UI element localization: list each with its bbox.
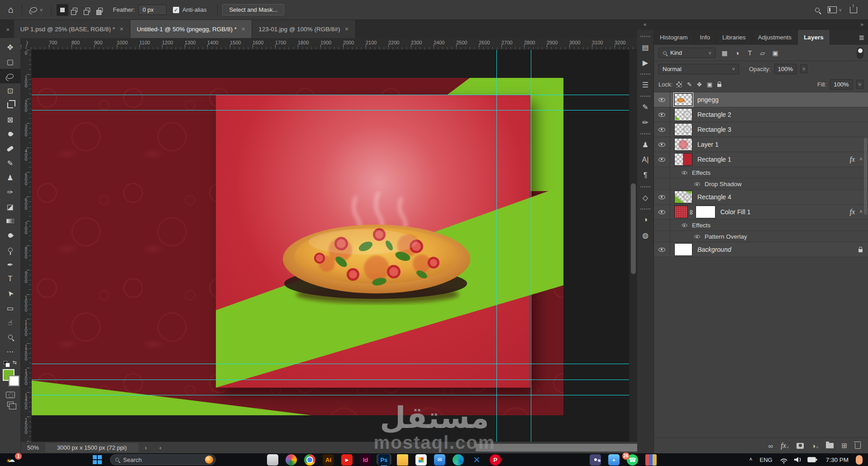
layer-row[interactable]: Rectangle 1fx˄	[654, 152, 868, 167]
close-icon[interactable]: ✕	[241, 26, 245, 32]
close-icon[interactable]: ✕	[119, 26, 124, 32]
layer-style-icon[interactable]: fx˅	[781, 442, 789, 450]
taskbar-clock[interactable]: 7:30 PM	[826, 456, 849, 463]
filter-kind-select[interactable]: Kind ˅	[658, 48, 715, 58]
layer-thumbnail[interactable]	[674, 108, 692, 121]
layer-effect-item-row[interactable]: Drop Shadow	[654, 178, 868, 190]
blue-x-app-taskbar-icon[interactable]: ✕	[467, 453, 486, 466]
zoom-tool[interactable]	[0, 330, 21, 344]
lasso-tool[interactable]	[0, 69, 21, 83]
pen-tool[interactable]: ✒	[0, 257, 21, 272]
layer-row[interactable]: Rectangle 2	[654, 107, 868, 122]
layer-thumbnail[interactable]	[674, 243, 692, 256]
healing-brush-tool[interactable]	[0, 141, 21, 156]
visibility-eye-icon[interactable]	[658, 210, 665, 214]
search-icon[interactable]	[815, 8, 820, 12]
brushes-panel-icon[interactable]: ✏	[637, 115, 654, 130]
zoom-level[interactable]: 50%	[21, 444, 45, 451]
layer-row[interactable]: ∞Color Fill 1fx˄	[654, 205, 868, 220]
whatsapp-taskbar-icon[interactable]: ☎26	[623, 453, 642, 466]
workspace-switcher[interactable]: ˅	[828, 6, 842, 13]
collapse-panels-icon[interactable]: «	[644, 21, 647, 28]
rectangle-tool[interactable]: ▭	[0, 301, 21, 315]
layer-row[interactable]: Background	[654, 242, 868, 257]
layer-row[interactable]: pngegg	[654, 92, 868, 107]
antialias-checkbox[interactable]: ✓ Anti-alias	[173, 6, 206, 13]
new-layer-icon[interactable]: ⊞	[841, 442, 847, 450]
guide-horizontal[interactable]	[32, 364, 629, 364]
fx-badge[interactable]: fx	[849, 155, 855, 163]
pinterest-taskbar-icon[interactable]: P	[486, 453, 505, 466]
lock-artboard-icon[interactable]: ▣	[707, 81, 712, 88]
layer-effect-item-row[interactable]: Pattern Overlay	[654, 231, 868, 242]
add-layer-mask-icon[interactable]	[796, 443, 804, 449]
dodge-tool[interactable]	[0, 243, 21, 257]
visibility-eye-icon[interactable]	[682, 223, 687, 226]
visibility-eye-icon[interactable]	[658, 248, 665, 252]
type-tool[interactable]: T	[0, 272, 21, 286]
paragraph-panel-icon[interactable]: ¶	[637, 168, 654, 183]
intersect-with-selection-button[interactable]	[95, 4, 106, 16]
libraries-panel-icon[interactable]: ◍	[637, 227, 654, 243]
visibility-eye-icon[interactable]	[682, 171, 687, 174]
default-swap-colors[interactable]: ⇆	[4, 360, 16, 365]
canvas-viewport[interactable]	[32, 50, 629, 442]
fill-dropdown[interactable]: ˅	[856, 80, 863, 89]
layer-row[interactable]: Layer 1	[654, 137, 868, 152]
layer-effects-row[interactable]: Effects	[654, 167, 868, 178]
layer-filter-toggle[interactable]	[857, 47, 863, 59]
share-icon[interactable]	[850, 7, 857, 13]
winrar-taskbar-icon[interactable]	[642, 453, 660, 466]
youtube-taskbar-icon[interactable]: ▶	[338, 453, 356, 466]
new-selection-button[interactable]	[57, 4, 68, 16]
adjustment-layer-icon[interactable]: ◑˅	[811, 442, 818, 450]
document-tab[interactable]: 123-01.jpg @ 100% (RGB/8#)✕	[252, 20, 356, 38]
gradient-tool[interactable]	[0, 214, 21, 228]
layer-thumbnail[interactable]	[674, 138, 692, 151]
collapse-effects-icon[interactable]: ˄	[859, 156, 863, 163]
document-tab[interactable]: Untitled-1 @ 50% (pngegg, RGB/8) *✕	[130, 20, 252, 38]
panel-menu-icon[interactable]: ≣	[858, 34, 864, 42]
taskbar-search[interactable]: Search	[110, 454, 216, 465]
home-icon[interactable]: ⌂	[8, 5, 14, 15]
blur-tool[interactable]	[0, 228, 21, 243]
visibility-eye-icon[interactable]	[658, 128, 665, 132]
edge-taskbar-icon[interactable]	[449, 453, 467, 466]
tab-histogram[interactable]: Histogram	[654, 30, 694, 45]
visibility-eye-icon[interactable]	[694, 235, 700, 238]
character-panel-icon[interactable]: A|	[637, 152, 654, 168]
actions-panel-icon[interactable]: ▶	[637, 55, 654, 70]
delete-layer-icon[interactable]	[855, 443, 861, 449]
link-layers-icon[interactable]: ∞	[768, 442, 773, 450]
layer-thumbnail[interactable]	[674, 123, 692, 136]
lock-position-icon[interactable]: ✥	[697, 81, 702, 88]
document-tab[interactable]: UP 1.psd @ 25% (BASE, RGB/8) *✕	[14, 20, 131, 38]
layer-thumbnail[interactable]	[674, 153, 692, 166]
scroll-left-icon[interactable]: ‹	[153, 444, 167, 451]
filter-adjustment-layers-icon[interactable]: ◑	[732, 48, 743, 58]
vertical-scrollbar[interactable]	[629, 50, 637, 442]
guide-horizontal[interactable]	[32, 395, 629, 395]
layer-thumbnail[interactable]	[674, 93, 692, 106]
close-icon[interactable]: ✕	[345, 26, 349, 32]
edit-toolbar[interactable]: ⋯	[0, 344, 21, 359]
brush-tool[interactable]: ✎	[0, 156, 21, 170]
clone-stamp-tool[interactable]: ♟	[0, 170, 21, 185]
lock-pixels-icon[interactable]: ✎	[687, 81, 692, 88]
horizontal-ruler[interactable]: )700800900100011001200130014001500160017…	[21, 38, 637, 50]
horizontal-scrollbar[interactable]	[168, 442, 637, 453]
microsoft-store-taskbar-icon[interactable]	[412, 453, 430, 466]
visibility-eye-icon[interactable]	[658, 158, 665, 162]
layer-mask-thumbnail[interactable]	[696, 206, 715, 218]
vertical-scrollbar-thumb[interactable]	[631, 183, 636, 274]
expand-panels-icon[interactable]: »	[860, 21, 863, 28]
lock-all-icon[interactable]	[717, 84, 721, 87]
select-and-mask-button[interactable]: Select and Mask...	[222, 4, 284, 15]
layer-thumbnail[interactable]	[674, 191, 692, 203]
filter-type-layers-icon[interactable]: T	[744, 48, 755, 58]
opacity-dropdown[interactable]: ˅	[800, 64, 807, 73]
guide-horizontal[interactable]	[32, 380, 629, 380]
crop-tool[interactable]	[0, 98, 21, 112]
guide-horizontal[interactable]	[32, 95, 629, 95]
background-color-swatch[interactable]	[9, 375, 19, 386]
